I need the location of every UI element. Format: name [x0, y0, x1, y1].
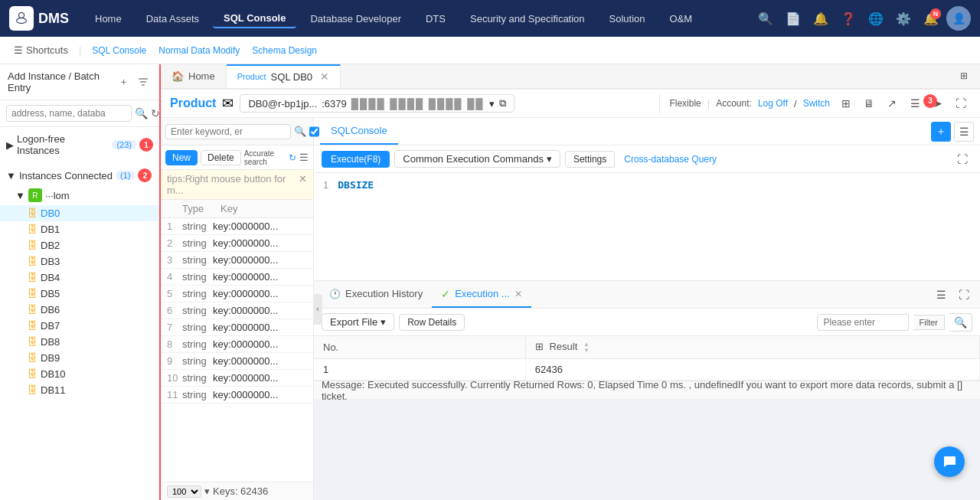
kv-new-btn[interactable]: New [165, 150, 198, 165]
kv-row-3[interactable]: 3 string key:0000000... [161, 252, 313, 269]
sql-console-tab[interactable]: SQLConsole [320, 118, 398, 145]
list-icon-btn[interactable]: ☰ [905, 93, 925, 113]
sql-editor-content[interactable]: 1 DBSIZE [314, 173, 980, 280]
nav-data-assets[interactable]: Data Assets [136, 10, 210, 28]
db-item-db7[interactable]: 🗄 DB7 [0, 318, 159, 334]
help-icon-btn[interactable]: ❓ [836, 6, 861, 31]
conn-logoff-btn[interactable]: Log Off [758, 98, 788, 109]
kv-delete-btn[interactable]: Delete [201, 150, 241, 165]
logon-free-header[interactable]: ▶ Logon-free Instances (23) 1 [0, 130, 159, 159]
result-maximize-icon[interactable]: ⛶ [954, 285, 974, 305]
tree-instance[interactable]: ▼ R ···lom [0, 185, 159, 205]
add-sql-tab-btn[interactable]: ＋ [931, 122, 951, 142]
grid-icon-btn[interactable]: ⊞ [836, 93, 856, 113]
nav-security[interactable]: Security and Specification [459, 10, 596, 28]
db-item-db2[interactable]: 🗄 DB2 [0, 237, 159, 253]
filter-search-btn[interactable]: 🔍 [949, 313, 972, 332]
user-avatar[interactable]: 👤 [946, 6, 971, 31]
db-item-db3[interactable]: 🗄 DB3 [0, 253, 159, 270]
db-item-db0[interactable]: 🗄 DB0 [0, 205, 159, 221]
kv-menu-icon[interactable]: ☰ [299, 152, 309, 163]
maximize-editor-btn[interactable]: ⛶ [952, 149, 972, 169]
kv-row-5[interactable]: 5 string key:0000000... [161, 286, 313, 302]
result-tab-close-btn[interactable]: ✕ [514, 289, 522, 299]
notification-icon-btn[interactable]: 🔔 [808, 6, 833, 31]
kv-page-select[interactable]: 100 200 500 [167, 485, 201, 498]
db-item-db10[interactable]: 🗄 DB10 [0, 366, 159, 382]
settings-btn[interactable]: Settings [565, 151, 615, 168]
kv-row-7[interactable]: 7 string key:0000000... [161, 319, 313, 336]
kv-row-11[interactable]: 11 string key:0000000... [161, 387, 313, 404]
normal-data-modify-link[interactable]: Normal Data Modify [154, 45, 244, 56]
globe-icon-btn[interactable]: 🌐 [864, 6, 888, 31]
nav-sql-console[interactable]: SQL Console [213, 9, 296, 28]
external-link-icon-btn[interactable]: ↗ [882, 93, 902, 113]
result-area: 🕐 Execution History ✓ Execution ... ✕ ☰ … [314, 280, 980, 399]
kv-row-8[interactable]: 8 string key:0000000... [161, 336, 313, 353]
kv-row-2[interactable]: 2 string key:0000000... [161, 235, 313, 252]
nav-dts[interactable]: DTS [415, 10, 456, 28]
export-file-btn[interactable]: Export File ▾ [322, 313, 394, 331]
nav-solution[interactable]: Solution [599, 10, 656, 28]
tab-sql-db0[interactable]: Product SQL DB0 ✕ [227, 64, 341, 88]
sort-icon[interactable]: ▲▼ [583, 342, 590, 354]
logo[interactable]: DMS [9, 6, 69, 31]
sql-code[interactable]: DBSIZE [338, 179, 374, 274]
document-icon-btn[interactable]: 📄 [781, 6, 805, 31]
db-item-db8[interactable]: 🗄 DB8 [0, 334, 159, 350]
connection-info[interactable]: DB0@r-bp1jp... :6379 ████ ████ ████ ██ ▾… [240, 94, 514, 113]
tab-overflow-icon[interactable]: ⊞ [954, 66, 974, 86]
kv-row-6[interactable]: 6 string key:0000000... [161, 302, 313, 319]
add-instance-btn[interactable]: ＋ [115, 74, 132, 90]
filter-input[interactable] [817, 314, 909, 331]
sql-tab-menu-btn[interactable]: ☰ [954, 122, 974, 142]
conn-switch-btn[interactable]: Switch [803, 98, 830, 109]
search-icon[interactable]: 🔍 [135, 107, 148, 119]
instances-connected-header[interactable]: ▼ Instances Connected (1) 2 [0, 165, 159, 185]
collapse-kv-btn[interactable]: ‹ [313, 294, 322, 325]
kv-row-10[interactable]: 10 string key:0000000... [161, 370, 313, 387]
result-menu-icon[interactable]: ☰ [931, 285, 951, 305]
row-details-btn[interactable]: Row Details [399, 314, 465, 331]
fullscreen-icon-btn[interactable]: ⛶ [951, 93, 971, 113]
db-item-db5[interactable]: 🗄 DB5 [0, 286, 159, 302]
search-icon-btn[interactable]: 🔍 [753, 6, 778, 31]
filter-instances-btn[interactable] [135, 74, 152, 90]
settings-icon-btn[interactable]: ⚙️ [891, 6, 916, 31]
monitor-icon-btn[interactable]: 🖥 [859, 93, 879, 113]
db-item-db4[interactable]: 🗄 DB4 [0, 270, 159, 286]
schema-design-link[interactable]: Schema Design [247, 45, 322, 56]
kv-search-input[interactable] [165, 124, 291, 139]
kv-row-4[interactable]: 4 string key:0000000... [161, 269, 313, 286]
nav-home[interactable]: Home [84, 10, 132, 28]
fab-chat-btn[interactable] [934, 446, 965, 477]
chevron-down-conn-icon[interactable]: ▾ [489, 98, 495, 109]
sql-console-link[interactable]: SQL Console [87, 45, 151, 56]
search-input[interactable] [6, 105, 132, 122]
execution-history-tab[interactable]: 🕐 Execution History [320, 281, 432, 308]
tab-close-btn[interactable]: ✕ [320, 70, 329, 83]
shortcuts-menu-btn[interactable]: ☰ Shortcuts [9, 44, 73, 56]
filter-label-btn[interactable]: Filter [913, 315, 945, 330]
kv-row-1[interactable]: 1 string key:0000000... [161, 218, 313, 235]
nav-db-developer[interactable]: Database Developer [299, 10, 412, 28]
common-execution-commands-btn[interactable]: Common Execution Commands ▾ [394, 150, 560, 168]
db-item-db11[interactable]: 🗄 DB11 [0, 382, 159, 398]
conn-account-label: Account: [716, 98, 752, 109]
cross-db-query-btn[interactable]: Cross-database Query [619, 152, 721, 167]
kv-row-9[interactable]: 9 string key:0000000... [161, 353, 313, 370]
db-item-db6[interactable]: 🗄 DB6 [0, 302, 159, 318]
db-item-db1[interactable]: 🗄 DB1 [0, 221, 159, 237]
accurate-search-btn[interactable]: Accurate search ↻ [244, 149, 296, 166]
kv-tips-close-icon[interactable]: ✕ [299, 173, 307, 196]
nav-om[interactable]: O&M [659, 10, 704, 28]
bell-icon-btn[interactable]: 🔔 N [919, 6, 943, 31]
execute-btn[interactable]: Execute(F8) [322, 151, 390, 168]
tab-home[interactable]: 🏠 Home [161, 64, 227, 88]
execution-result-tab[interactable]: ✓ Execution ... ✕ [432, 281, 531, 308]
copy-conn-icon[interactable]: ⧉ [499, 97, 506, 109]
kv-search-icon[interactable]: 🔍 [294, 126, 306, 137]
db-item-db9[interactable]: 🗄 DB9 [0, 350, 159, 366]
accurate-search-checkbox[interactable] [309, 126, 319, 137]
refresh-icon[interactable]: ↻ [151, 107, 160, 119]
